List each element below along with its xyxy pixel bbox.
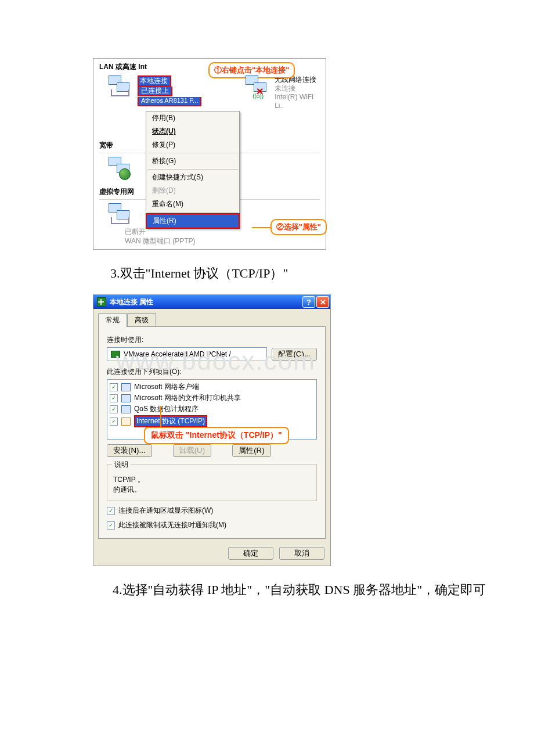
connection-row: 本地连接 已连接上 Atheros AR8131 P... ✕ ((o)) 无线… [93, 73, 326, 111]
description-group: 说明 TCP/IP 。 的通讯。 [107, 464, 317, 501]
callout-double-click: 鼠标双击 "Internet协议（TCP/IP）" [144, 427, 289, 444]
menu-repair[interactable]: 修复(P) [146, 138, 239, 152]
window-title: 本地连接 属性 [110, 297, 153, 307]
checkbox-notify-label: 此连接被限制或无连接时通知我(M) [118, 520, 226, 530]
globe-icon [119, 168, 131, 180]
list-item[interactable]: ✓ Microsoft 网络客户端 [110, 381, 314, 393]
checkbox-icon[interactable]: ✓ [110, 394, 118, 402]
wifi-icon: ✕ ((o)) [246, 75, 269, 99]
checkbox-notify-row[interactable]: ✓ 此连接被限制或无连接时通知我(M) [107, 520, 317, 530]
local-connection-adapter: Atheros AR8131 P... [138, 97, 201, 106]
titlebar: 本地连接 属性 ? ✕ [93, 295, 330, 309]
menu-properties[interactable]: 属性(R) [146, 213, 240, 229]
checkbox-icon[interactable]: ✓ [107, 507, 115, 515]
local-connection-highlight[interactable]: 本地连接 [138, 75, 171, 87]
list-item[interactable]: ✓ QoS 数据包计划程序 [110, 404, 314, 415]
checkbox-tray-label: 连接后在通知区域显示图标(W) [118, 506, 213, 516]
help-button[interactable]: ? [302, 296, 315, 308]
broadband-icon [109, 157, 132, 180]
nic-icon [111, 351, 120, 358]
wifi-status: 未连接 [275, 84, 320, 93]
cancel-button[interactable]: 取消 [279, 547, 324, 560]
menu-disable[interactable]: 停用(B) [146, 111, 239, 125]
tab-general[interactable]: 常规 [98, 313, 127, 327]
ok-button[interactable]: 确定 [228, 547, 273, 560]
section-lan-label: LAN 或高速 Int [99, 62, 147, 72]
window-icon [97, 297, 106, 307]
checkbox-icon[interactable]: ✓ [107, 521, 115, 530]
adapter-name: VMware Accelerated AMD PCNet / [124, 350, 231, 358]
menu-rename[interactable]: 重命名(M) [146, 197, 239, 211]
checkbox-icon[interactable]: ✓ [110, 405, 118, 413]
wifi-adapter: Intel(R) WiFi Li.. [275, 93, 320, 110]
tcpip-highlight[interactable]: Internet 协议 (TCP/IP) [134, 415, 207, 427]
menu-status[interactable]: 状态(U) [146, 125, 239, 138]
step4-text: 4.选择"自动获得 IP 地址"，"自动获取 DNS 服务器地址"，确定即可 [87, 580, 488, 599]
menu-delete: 删除(D) [146, 184, 239, 197]
tab-advanced[interactable]: 高级 [127, 313, 156, 327]
checkbox-icon[interactable]: ✓ [110, 417, 118, 426]
configure-button[interactable]: 配置(C)... [272, 348, 317, 361]
antenna-icon: ((o)) [252, 93, 264, 99]
callout-select-properties: ②选择"属性" [270, 219, 327, 235]
use-label: 连接时使用: [107, 335, 317, 345]
description-text: TCP/IP 。 的通讯。 [113, 475, 311, 495]
close-button[interactable]: ✕ [316, 296, 329, 308]
vpn-icon [109, 203, 132, 226]
component-icon [121, 383, 131, 391]
tcpip-icon [121, 417, 131, 426]
context-menu: 停用(B) 状态(U) 修复(P) 桥接(G) 创建快捷方式(S) 删除(D) … [146, 111, 240, 229]
tabstrip: 常规 高级 [93, 309, 330, 326]
screenshot-network-connections: LAN 或高速 Int ①右键点击"本地连接" 本地连接 已连接上 Athero… [93, 58, 326, 250]
screenshot-properties-dialog: 本地连接 属性 ? ✕ 常规 高级 www.bdocx.com 连接时使用: V… [93, 294, 331, 566]
list-item-tcpip[interactable]: ✓ Internet 协议 (TCP/IP) [110, 415, 314, 428]
step3-text: 3.双击"Internet 协议（TCP/IP）" [110, 264, 488, 283]
checkbox-icon[interactable]: ✓ [110, 383, 118, 391]
install-button[interactable]: 安装(N)... [107, 444, 152, 457]
menu-shortcut[interactable]: 创建快捷方式(S) [146, 171, 239, 184]
local-connection-status: 已连接上 [138, 87, 172, 96]
component-icon [121, 394, 131, 402]
properties-button[interactable]: 属性(R) [232, 444, 271, 457]
component-icon [121, 405, 131, 413]
adapter-field: VMware Accelerated AMD PCNet / [107, 347, 267, 361]
checkbox-tray-row[interactable]: ✓ 连接后在通知区域显示图标(W) [107, 506, 317, 516]
network-icon [109, 75, 132, 99]
list-item[interactable]: ✓ Microsoft 网络的文件和打印机共享 [110, 393, 314, 404]
items-label: 此连接使用下列项目(O): [107, 367, 317, 377]
uninstall-button[interactable]: 卸载(U) [173, 444, 212, 457]
menu-bridge[interactable]: 桥接(G) [146, 154, 239, 168]
description-legend: 说明 [112, 460, 131, 470]
vpn-adapter: WAN 微型端口 (PPTP) [125, 237, 320, 246]
